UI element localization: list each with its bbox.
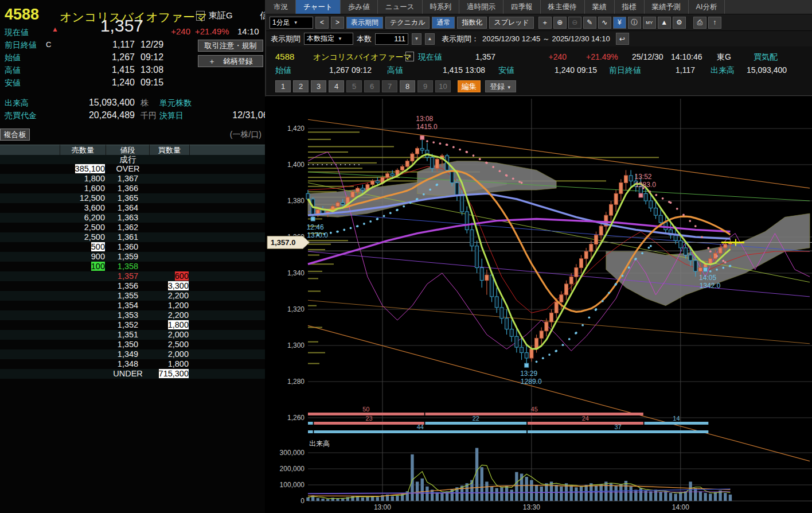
page-button-6[interactable]: 6 <box>364 80 380 92</box>
count-up-spinner[interactable]: ▲ <box>425 33 435 45</box>
sell-qty-cell[interactable] <box>60 349 106 359</box>
price-cell[interactable]: 1,362 <box>106 223 150 232</box>
toolbar-button[interactable]: 表示期間 <box>346 17 383 29</box>
sell-qty-cell[interactable]: 2,500 <box>60 223 106 232</box>
buy-qty-cell[interactable] <box>150 223 190 232</box>
tab-四季報[interactable]: 四季報 <box>503 0 541 14</box>
price-cell[interactable]: 1,351 <box>106 330 150 340</box>
sell-qty-cell[interactable]: 1,800 <box>60 174 106 184</box>
sell-qty-cell[interactable]: 1,600 <box>60 184 106 193</box>
buy-qty-cell[interactable]: 1,800 <box>150 359 190 369</box>
buy-qty-cell[interactable]: 3,300 <box>150 281 190 291</box>
page-button-8[interactable]: 8 <box>400 80 415 92</box>
price-cell[interactable]: 1,349 <box>106 349 150 359</box>
buy-qty-cell[interactable] <box>150 242 190 252</box>
price-cell[interactable]: 1,352 <box>106 320 150 330</box>
price-cell[interactable]: UNDER <box>106 369 150 379</box>
sell-qty-cell[interactable] <box>60 369 106 379</box>
price-cell[interactable]: 1,350 <box>106 340 150 349</box>
buy-qty-cell[interactable]: 1,800 <box>150 320 190 330</box>
tab-業績予測[interactable]: 業績予測 <box>645 0 689 14</box>
price-cell[interactable]: 1,366 <box>106 184 150 193</box>
toolbar-button[interactable]: テクニカル <box>385 17 430 29</box>
trade-caution-button[interactable]: 取引注意・規制 <box>198 40 263 52</box>
count-down-spinner[interactable]: ▼ <box>412 33 421 45</box>
tab-業績[interactable]: 業績 <box>585 0 615 14</box>
sell-qty-cell[interactable]: 385,100 <box>60 164 106 174</box>
page-button-7[interactable]: 7 <box>382 80 397 92</box>
sell-qty-cell[interactable] <box>60 301 106 310</box>
buy-qty-cell[interactable]: 715,300 <box>150 369 190 379</box>
period-mode-select[interactable]: 本数指定 ▼ <box>304 33 353 45</box>
price-cell[interactable]: 1,354 <box>106 301 150 310</box>
info-icon[interactable]: ⓘ <box>628 17 641 29</box>
sell-qty-cell[interactable]: 6,200 <box>60 213 106 223</box>
sell-qty-cell[interactable] <box>60 320 106 330</box>
sell-qty-cell[interactable] <box>60 310 106 320</box>
next-button[interactable]: > <box>331 17 344 29</box>
memo-icon[interactable]: ≡ <box>196 11 205 21</box>
buy-qty-cell[interactable] <box>150 252 190 262</box>
price-cell[interactable]: 1,353 <box>106 310 150 320</box>
tab-市況[interactable]: 市況 <box>266 0 296 14</box>
page-button-9[interactable]: 9 <box>417 80 433 92</box>
page-button-4[interactable]: 4 <box>329 80 344 92</box>
page-button-3[interactable]: 3 <box>311 80 326 92</box>
buy-qty-cell[interactable] <box>150 184 190 193</box>
sell-qty-cell[interactable] <box>60 281 106 291</box>
sell-qty-cell[interactable]: 2,500 <box>60 232 106 242</box>
crosshair-icon[interactable]: ＋ <box>538 17 552 29</box>
zoom-in-icon[interactable]: ⊕ <box>553 17 567 29</box>
buy-qty-cell[interactable] <box>150 213 190 223</box>
price-cell[interactable]: 1,364 <box>106 203 150 213</box>
edit-button[interactable]: 編集 <box>458 80 481 92</box>
tab-歩み値[interactable]: 歩み値 <box>341 0 378 14</box>
tab-AI分析[interactable]: AI分析 <box>689 0 725 14</box>
draw-pencil-icon[interactable]: ✎ <box>583 17 596 29</box>
page-button-1[interactable]: 1 <box>275 80 291 92</box>
buy-qty-cell[interactable]: 2,000 <box>150 349 190 359</box>
my-indicator-icon[interactable]: MY <box>643 17 656 29</box>
buy-qty-cell[interactable] <box>150 164 190 174</box>
yen-axis-icon[interactable]: ¥ <box>613 17 626 29</box>
page-button-2[interactable]: 2 <box>293 80 309 92</box>
buy-qty-cell[interactable]: 2,200 <box>150 310 190 320</box>
tab-時系列[interactable]: 時系列 <box>423 0 460 14</box>
sell-qty-cell[interactable] <box>60 271 106 281</box>
price-cell[interactable]: 1,358 <box>106 262 150 271</box>
area-chart-icon[interactable]: ▲ <box>658 17 671 29</box>
sell-qty-cell[interactable] <box>60 330 106 340</box>
page-button-10[interactable]: 10 <box>435 80 451 92</box>
sell-qty-cell[interactable] <box>60 291 106 301</box>
price-cell[interactable]: 1,361 <box>106 232 150 242</box>
buy-qty-cell[interactable] <box>150 203 190 213</box>
price-cell[interactable]: 1,355 <box>106 291 150 301</box>
tab-適時開示[interactable]: 適時開示 <box>459 0 503 14</box>
toolbar-button[interactable]: 指数化 <box>457 17 487 29</box>
sell-qty-cell[interactable]: 900 <box>60 252 106 262</box>
composite-board-button[interactable]: 複合板 <box>0 129 30 141</box>
buy-qty-cell[interactable]: 1,200 <box>150 301 190 310</box>
tab-指標[interactable]: 指標 <box>615 0 645 14</box>
sell-qty-cell[interactable] <box>60 359 106 369</box>
register-symbol-button[interactable]: ＋ 銘柄登録 <box>198 55 263 67</box>
tab-株主優待[interactable]: 株主優待 <box>541 0 585 14</box>
price-cell[interactable]: 1,357 <box>106 271 150 281</box>
buy-qty-cell[interactable] <box>150 262 190 271</box>
price-cell[interactable]: 1,367 <box>106 174 150 184</box>
bar-count-input[interactable]: 111 <box>375 33 408 45</box>
tab-ニュース[interactable]: ニュース <box>378 0 423 14</box>
price-cell[interactable]: 1,359 <box>106 252 150 262</box>
sell-qty-cell[interactable] <box>60 340 106 349</box>
price-cell[interactable]: OVER <box>106 164 150 174</box>
zoom-out-icon[interactable]: ⊖ <box>568 17 581 29</box>
buy-qty-cell[interactable]: 2,500 <box>150 340 190 349</box>
buy-qty-cell[interactable]: 600 <box>150 271 190 281</box>
buy-qty-cell[interactable] <box>150 232 190 242</box>
sell-qty-cell[interactable]: 100 <box>60 262 106 271</box>
buy-qty-cell[interactable]: 2,000 <box>150 330 190 340</box>
chart-canvas[interactable]: 504523222414443713:081415.012:461370.013… <box>265 96 812 513</box>
page-button-5[interactable]: 5 <box>346 80 362 92</box>
price-cell[interactable]: 1,363 <box>106 213 150 223</box>
price-cell[interactable]: 1,360 <box>106 242 150 252</box>
